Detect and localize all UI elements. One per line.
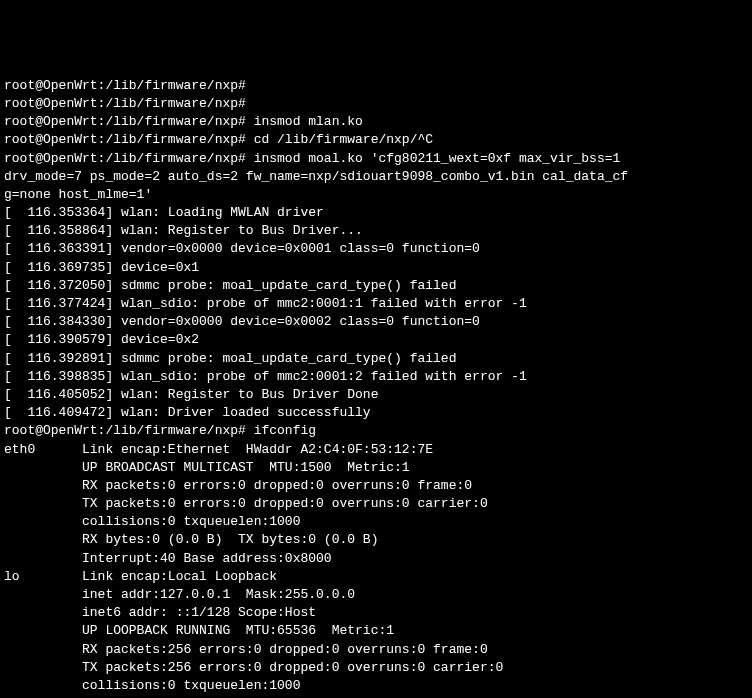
prompt-line: root@OpenWrt:/lib/firmware/nxp# cd /lib/… [4, 131, 748, 149]
kernel-message: [ 116.398835] wlan_sdio: probe of mmc2:0… [4, 368, 748, 386]
output-line: RX packets:256 errors:0 dropped:0 overru… [4, 641, 748, 659]
output-line: RX bytes:0 (0.0 B) TX bytes:0 (0.0 B) [4, 531, 748, 549]
prompt-line: root@OpenWrt:/lib/firmware/nxp# ifconfig [4, 422, 748, 440]
output-line: lo Link encap:Local Loopback [4, 568, 748, 586]
kernel-message: [ 116.372050] sdmmc probe: moal_update_c… [4, 277, 748, 295]
prompt-line: root@OpenWrt:/lib/firmware/nxp# insmod m… [4, 150, 748, 168]
prompt-line: root@OpenWrt:/lib/firmware/nxp# [4, 77, 748, 95]
output-line: RX packets:0 errors:0 dropped:0 overruns… [4, 477, 748, 495]
kernel-message: [ 116.409472] wlan: Driver loaded succes… [4, 404, 748, 422]
command-continuation: drv_mode=7 ps_mode=2 auto_ds=2 fw_name=n… [4, 168, 748, 186]
kernel-message: [ 116.405052] wlan: Register to Bus Driv… [4, 386, 748, 404]
output-line: inet addr:127.0.0.1 Mask:255.0.0.0 [4, 586, 748, 604]
kernel-message: [ 116.353364] wlan: Loading MWLAN driver [4, 204, 748, 222]
kernel-message: [ 116.384330] vendor=0x0000 device=0x000… [4, 313, 748, 331]
command-continuation: g=none host_mlme=1' [4, 186, 748, 204]
output-line: eth0 Link encap:Ethernet HWaddr A2:C4:0F… [4, 441, 748, 459]
kernel-message: [ 116.369735] device=0x1 [4, 259, 748, 277]
prompt-line: root@OpenWrt:/lib/firmware/nxp# [4, 95, 748, 113]
terminal-output[interactable]: root@OpenWrt:/lib/firmware/nxp#root@Open… [4, 77, 748, 698]
output-line: TX packets:256 errors:0 dropped:0 overru… [4, 659, 748, 677]
kernel-message: [ 116.363391] vendor=0x0000 device=0x000… [4, 240, 748, 258]
output-line: inet6 addr: ::1/128 Scope:Host [4, 604, 748, 622]
output-line: collisions:0 txqueuelen:1000 [4, 513, 748, 531]
kernel-message: [ 116.390579] device=0x2 [4, 331, 748, 349]
kernel-message: [ 116.377424] wlan_sdio: probe of mmc2:0… [4, 295, 748, 313]
output-line: UP BROADCAST MULTICAST MTU:1500 Metric:1 [4, 459, 748, 477]
output-line: TX packets:0 errors:0 dropped:0 overruns… [4, 495, 748, 513]
output-line: Interrupt:40 Base address:0x8000 [4, 550, 748, 568]
kernel-message: [ 116.358864] wlan: Register to Bus Driv… [4, 222, 748, 240]
output-line: collisions:0 txqueuelen:1000 [4, 677, 748, 695]
kernel-message: [ 116.392891] sdmmc probe: moal_update_c… [4, 350, 748, 368]
output-line: UP LOOPBACK RUNNING MTU:65536 Metric:1 [4, 622, 748, 640]
prompt-line: root@OpenWrt:/lib/firmware/nxp# insmod m… [4, 113, 748, 131]
